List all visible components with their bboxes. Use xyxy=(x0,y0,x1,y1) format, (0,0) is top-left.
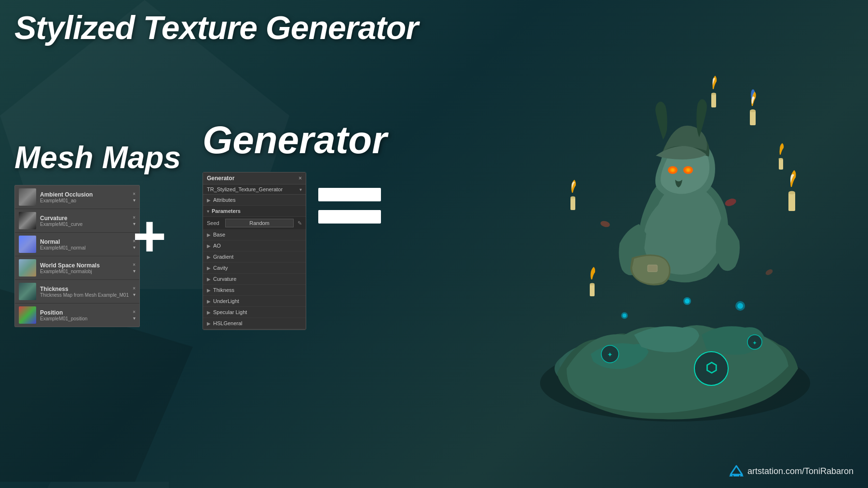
mesh-map-item[interactable]: World Space Normals ExampleM01_normalobj… xyxy=(15,256,139,280)
subsection-label: Specular Light xyxy=(213,309,247,315)
subsection-header[interactable]: ▶ Specular Light xyxy=(203,307,306,317)
map-name: Curvature xyxy=(40,215,129,222)
equals-bar-bottom xyxy=(318,210,381,224)
map-close-button[interactable]: × xyxy=(133,286,136,291)
map-close-button[interactable]: × xyxy=(133,191,136,197)
character-svg: ⬡ ✦ ✦ xyxy=(518,55,832,431)
map-name: Normal xyxy=(40,238,129,245)
subsection-header[interactable]: ▶ Curvature xyxy=(203,274,306,284)
map-close-button[interactable]: × xyxy=(133,309,136,315)
generator-title: Generator xyxy=(203,118,387,162)
svg-point-29 xyxy=(685,299,690,303)
subsection-chevron-icon: ▶ xyxy=(207,243,211,249)
mesh-map-item[interactable]: Ambient Occlusion ExampleM01_ao × ▾ xyxy=(15,185,139,209)
subsection-label: Curvature xyxy=(213,276,236,282)
subsection-chevron-icon: ▶ xyxy=(207,321,211,326)
parameters-header[interactable]: ▾ Parameters xyxy=(203,206,306,217)
map-info: World Space Normals ExampleM01_normalobj xyxy=(40,262,129,274)
map-thumbnail xyxy=(19,236,36,253)
subsection-header[interactable]: ▶ Base xyxy=(203,229,306,240)
subsection-label: HSLGeneral xyxy=(213,320,243,326)
subsection-label: Cavity xyxy=(213,265,228,271)
svg-rect-15 xyxy=(648,265,657,272)
map-chevron-icon: ▾ xyxy=(133,316,136,321)
map-thumbnail xyxy=(19,306,36,324)
parameters-chevron-icon: ▾ xyxy=(207,209,209,214)
mesh-maps-panel: Ambient Occlusion ExampleM01_ao × ▾ Curv… xyxy=(14,185,140,327)
mesh-map-item[interactable]: Position ExampleM01_position × ▾ xyxy=(15,303,139,327)
artstation-credit: artstation.com/ToniRabaron xyxy=(729,464,854,478)
svg-point-33 xyxy=(623,314,626,317)
mesh-maps-title: Mesh Maps xyxy=(14,140,181,175)
generator-panel-title: Generator xyxy=(207,175,234,182)
svg-point-21 xyxy=(570,197,575,199)
plus-operator: + xyxy=(133,207,166,265)
map-name: Thickness xyxy=(40,286,129,292)
svg-rect-40 xyxy=(733,475,739,476)
svg-point-31 xyxy=(737,303,743,309)
seed-value[interactable]: Random xyxy=(225,219,294,227)
equals-bar-top xyxy=(318,188,381,201)
subsection-chevron-icon: ▶ xyxy=(207,265,211,271)
subsection-label: Thikness xyxy=(213,287,234,293)
artstation-logo-icon xyxy=(729,464,744,478)
generator-sub-section: ▶ HSLGeneral xyxy=(203,318,306,329)
generator-subsections: ▶ Base ▶ AO ▶ Gradient ▶ Cavity ▶ Curvat… xyxy=(203,229,306,329)
svg-rect-24 xyxy=(788,193,795,211)
subsection-chevron-icon: ▶ xyxy=(207,254,211,260)
map-controls: × ▾ xyxy=(133,191,136,203)
subsection-header[interactable]: ▶ AO xyxy=(203,240,306,251)
subtitle-chevron-icon: ▾ xyxy=(299,187,302,192)
map-info: Thickness Thickness Map from Mesh Exampl… xyxy=(40,286,129,298)
svg-rect-16 xyxy=(750,111,756,125)
seed-row: Seed Random ✎ xyxy=(203,217,306,229)
character-preview: ⬡ ✦ ✦ xyxy=(506,39,844,448)
subsection-header[interactable]: ▶ HSLGeneral xyxy=(203,318,306,329)
parameters-label: Parameters xyxy=(212,208,241,214)
attributes-header[interactable]: ▶ Attributes xyxy=(203,195,306,205)
map-controls: × ▾ xyxy=(133,286,136,297)
map-chevron-icon: ▾ xyxy=(133,198,136,203)
generator-subheader: TR_Stylized_Texture_Generator ▾ xyxy=(203,185,306,195)
svg-text:⬡: ⬡ xyxy=(705,360,717,375)
subsection-label: Gradient xyxy=(213,254,233,260)
subsection-header[interactable]: ▶ Thikness xyxy=(203,285,306,295)
svg-rect-26 xyxy=(779,159,783,170)
seed-edit-icon[interactable]: ✎ xyxy=(298,220,302,226)
map-name: World Space Normals xyxy=(40,262,129,269)
subsection-header[interactable]: ▶ UnderLight xyxy=(203,296,306,306)
map-info: Curvature ExampleM01_curve xyxy=(40,215,129,227)
map-chevron-icon: ▾ xyxy=(133,268,136,274)
map-thumbnail xyxy=(19,283,36,300)
subsection-chevron-icon: ▶ xyxy=(207,232,211,237)
map-info: Ambient Occlusion ExampleM01_ao xyxy=(40,191,129,203)
map-info: Position ExampleM01_position xyxy=(40,309,129,321)
subsection-header[interactable]: ▶ Cavity xyxy=(203,263,306,273)
subsection-label: Base xyxy=(213,232,225,237)
svg-point-23 xyxy=(590,283,595,286)
svg-point-14 xyxy=(687,169,690,171)
generator-sub-section: ▶ AO xyxy=(203,240,306,251)
map-file: ExampleM01_normalobj xyxy=(40,269,129,274)
mesh-map-item[interactable]: Normal ExampleM01_normal × ▾ xyxy=(15,233,139,256)
svg-rect-18 xyxy=(711,94,716,107)
map-file: Thickness Map from Mesh Example_M01 xyxy=(40,292,129,298)
mesh-map-item[interactable]: Curvature ExampleM01_curve × ▾ xyxy=(15,209,139,233)
close-button[interactable]: × xyxy=(298,175,302,182)
svg-point-13 xyxy=(671,169,674,171)
subsection-header[interactable]: ▶ Gradient xyxy=(203,251,306,262)
svg-rect-22 xyxy=(590,284,595,296)
generator-sub-section: ▶ Thikness xyxy=(203,285,306,296)
mesh-map-item[interactable]: Thickness Thickness Map from Mesh Exampl… xyxy=(15,280,139,303)
attributes-chevron-icon: ▶ xyxy=(207,198,211,203)
subsection-chevron-icon: ▶ xyxy=(207,299,211,304)
subsection-chevron-icon: ▶ xyxy=(207,310,211,315)
generator-sub-section: ▶ Cavity xyxy=(203,263,306,274)
subsection-label: AO xyxy=(213,243,221,249)
map-file: ExampleM01_normal xyxy=(40,245,129,251)
subsection-chevron-icon: ▶ xyxy=(207,288,211,293)
generator-sub-section: ▶ Curvature xyxy=(203,274,306,285)
map-thumbnail xyxy=(19,259,36,277)
svg-point-19 xyxy=(711,93,716,95)
generator-panel-header: Generator × xyxy=(203,172,306,185)
